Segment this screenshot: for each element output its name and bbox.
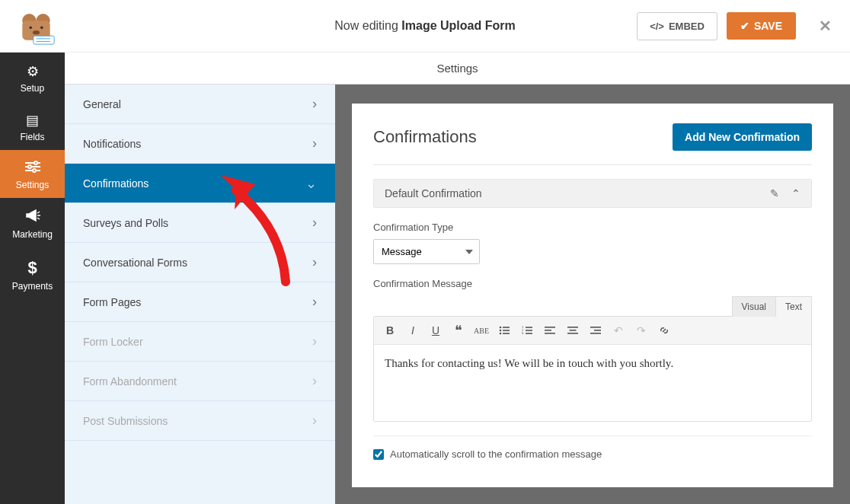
- tab-text[interactable]: Text: [775, 296, 812, 317]
- auto-scroll-label: Automatically scroll to the confirmation…: [390, 448, 602, 460]
- submenu-form-locker[interactable]: Form Locker ›: [65, 322, 335, 362]
- main-area: Confirmations Add New Confirmation Defau…: [335, 85, 850, 504]
- save-label: SAVE: [754, 20, 782, 32]
- submenu-label: Notifications: [83, 138, 141, 150]
- underline-icon[interactable]: U: [426, 321, 446, 340]
- confirmation-message-group: Confirmation Message Visual Text B I U ❝…: [373, 278, 812, 422]
- align-left-icon[interactable]: [540, 321, 560, 340]
- section-title: Settings: [436, 62, 478, 75]
- submenu-general[interactable]: General ›: [65, 85, 335, 124]
- rail-label: Payments: [12, 281, 53, 292]
- auto-scroll-row[interactable]: Automatically scroll to the confirmation…: [373, 435, 812, 460]
- rail-item-fields[interactable]: ▤ Fields: [0, 101, 65, 150]
- svg-rect-29: [545, 333, 555, 334]
- rail-item-marketing[interactable]: Marketing: [0, 198, 65, 247]
- number-list-icon[interactable]: 123: [517, 321, 537, 340]
- submenu-confirmations[interactable]: Confirmations ⌄: [65, 164, 335, 203]
- editor-tabs: Visual Text: [373, 296, 812, 317]
- type-label: Confirmation Type: [373, 222, 812, 233]
- tab-visual[interactable]: Visual: [732, 296, 776, 317]
- sliders-icon: [3, 161, 62, 177]
- svg-point-15: [500, 327, 502, 329]
- link-icon[interactable]: [654, 321, 674, 340]
- svg-rect-21: [526, 327, 532, 328]
- bullet-list-icon[interactable]: [494, 321, 514, 340]
- svg-point-12: [34, 161, 37, 164]
- strike-icon[interactable]: ABE: [471, 321, 491, 340]
- confirmations-panel: Confirmations Add New Confirmation Defau…: [352, 104, 833, 487]
- chevron-right-icon: ›: [312, 254, 317, 270]
- add-confirmation-button[interactable]: Add New Confirmation: [673, 123, 812, 151]
- gear-icon: ⚙: [3, 63, 62, 80]
- submenu-label: Form Pages: [83, 296, 141, 308]
- panel-title: Confirmations: [373, 127, 477, 147]
- editor-body[interactable]: Thanks for contacting us! We will be in …: [374, 345, 811, 421]
- settings-submenu: General › Notifications › Confirmations …: [65, 53, 335, 504]
- svg-text:3: 3: [522, 331, 524, 335]
- svg-point-4: [40, 26, 43, 29]
- svg-rect-18: [503, 330, 510, 331]
- close-icon[interactable]: ✕: [816, 14, 835, 38]
- submenu-post-submissions[interactable]: Post Submissions ›: [65, 401, 335, 441]
- edit-icon[interactable]: ✎: [770, 187, 779, 199]
- svg-point-19: [500, 333, 502, 335]
- submenu-label: Conversational Forms: [83, 257, 187, 269]
- align-right-icon[interactable]: [586, 321, 606, 340]
- save-button[interactable]: ✔ SAVE: [727, 12, 796, 40]
- redo-icon[interactable]: ↷: [631, 321, 651, 340]
- chevron-right-icon: ›: [312, 294, 317, 310]
- confirmation-type-select[interactable]: Message: [373, 239, 480, 264]
- dollar-icon: $: [3, 258, 62, 278]
- auto-scroll-checkbox[interactable]: [373, 449, 384, 460]
- svg-point-17: [500, 330, 502, 332]
- bold-icon[interactable]: B: [380, 321, 400, 340]
- left-rail: ⚙ Setup ▤ Fields Settings Marketing $ Pa…: [0, 53, 65, 504]
- embed-button[interactable]: </> EMBED: [637, 12, 717, 40]
- chevron-right-icon: ›: [312, 373, 317, 389]
- submenu-surveys[interactable]: Surveys and Polls ›: [65, 203, 335, 243]
- svg-rect-27: [545, 327, 555, 328]
- confirmation-block: Default Confirmation ✎ ⌃ Confirmation Ty…: [373, 179, 812, 460]
- editing-prefix: Now editing: [334, 19, 398, 32]
- rail-item-payments[interactable]: $ Payments: [0, 247, 65, 299]
- italic-icon[interactable]: I: [403, 321, 423, 340]
- embed-label: EMBED: [669, 21, 705, 32]
- rail-label: Setup: [21, 83, 44, 94]
- top-bar: Now editing Image Upload Form </> EMBED …: [0, 0, 850, 53]
- rail-label: Settings: [16, 180, 49, 190]
- align-center-icon[interactable]: [563, 321, 583, 340]
- top-actions: </> EMBED ✔ SAVE ✕: [637, 12, 835, 40]
- confirmation-type-group: Confirmation Type Message: [373, 222, 812, 264]
- rail-label: Fields: [20, 132, 44, 142]
- rail-item-settings[interactable]: Settings: [0, 150, 65, 198]
- submenu-form-pages[interactable]: Form Pages ›: [65, 282, 335, 322]
- rich-editor: B I U ❝ ABE 123: [373, 316, 812, 422]
- collapse-icon[interactable]: ⌃: [791, 187, 800, 199]
- editor-toolbar: B I U ❝ ABE 123: [374, 317, 811, 345]
- submenu-form-abandonment[interactable]: Form Abandonment ›: [65, 362, 335, 401]
- chevron-right-icon: ›: [312, 333, 317, 349]
- submenu-label: Confirmations: [83, 177, 149, 190]
- svg-rect-33: [590, 327, 601, 328]
- svg-rect-31: [570, 330, 577, 331]
- block-title: Default Confirmation: [385, 187, 482, 199]
- submenu-label: General: [83, 98, 121, 110]
- chevron-right-icon: ›: [312, 215, 317, 231]
- svg-point-5: [33, 30, 40, 34]
- undo-icon[interactable]: ↶: [609, 321, 628, 340]
- rail-label: Marketing: [12, 229, 53, 240]
- rail-item-setup[interactable]: ⚙ Setup: [0, 53, 65, 101]
- quote-icon[interactable]: ❝: [449, 321, 468, 340]
- svg-rect-6: [34, 36, 54, 44]
- section-header: Settings: [65, 53, 850, 85]
- panel-header: Confirmations Add New Confirmation: [373, 123, 812, 165]
- block-tools: ✎ ⌃: [770, 187, 800, 199]
- submenu-notifications[interactable]: Notifications ›: [65, 124, 335, 164]
- svg-rect-23: [526, 333, 532, 334]
- submenu-label: Form Locker: [83, 336, 143, 348]
- confirmation-block-header[interactable]: Default Confirmation ✎ ⌃: [373, 179, 812, 208]
- submenu-conversational[interactable]: Conversational Forms ›: [65, 243, 335, 282]
- form-name: Image Upload Form: [401, 19, 515, 32]
- message-label: Confirmation Message: [373, 278, 812, 289]
- chevron-right-icon: ›: [312, 136, 317, 152]
